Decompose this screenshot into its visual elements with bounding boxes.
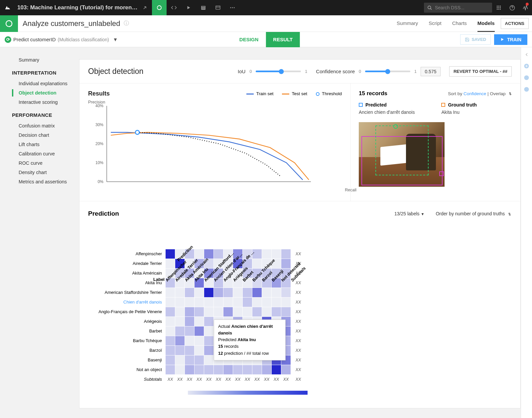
apps-icon[interactable] (492, 0, 505, 15)
confidence-slider[interactable] (365, 71, 410, 72)
record-image[interactable] (359, 122, 445, 187)
matrix-cell[interactable] (185, 317, 194, 326)
add-circle-icon[interactable] (524, 63, 529, 69)
matrix-cell[interactable] (195, 336, 204, 345)
matrix-cell[interactable] (175, 336, 185, 345)
sidenav-decision-chart[interactable]: Decision chart (0, 130, 79, 140)
matrix-cell[interactable] (272, 298, 281, 307)
matrix-cell[interactable] (166, 355, 175, 365)
matrix-cell[interactable] (185, 346, 194, 355)
matrix-cell[interactable] (262, 298, 271, 307)
tab-models[interactable]: Models (477, 15, 495, 32)
recipe-icon[interactable] (0, 15, 18, 32)
matrix-cell[interactable] (185, 365, 194, 374)
matrix-cell[interactable] (175, 346, 185, 355)
matrix-cell[interactable] (195, 355, 204, 365)
activity-icon[interactable] (519, 0, 532, 15)
task-selector[interactable]: ⟳ Predict customerID (Multiclass classif… (0, 36, 118, 43)
matrix-cell[interactable] (262, 249, 271, 259)
matrix-cell[interactable] (166, 288, 175, 297)
flow-icon[interactable] (152, 0, 167, 15)
matrix-cell[interactable] (281, 307, 291, 316)
matrix-cell[interactable] (272, 307, 281, 316)
matrix-cell[interactable] (175, 298, 185, 307)
matrix-row-label[interactable]: Anglo-Français de Petite Vènerie (88, 307, 165, 316)
matrix-cell[interactable] (166, 365, 175, 374)
matrix-cell[interactable] (204, 307, 213, 316)
matrix-cell[interactable] (204, 326, 213, 336)
matrix-cell[interactable] (281, 365, 291, 374)
records-sort[interactable]: Sort by Confidence | Overlap (448, 91, 512, 96)
order-control[interactable]: Order by number of ground truths (436, 211, 512, 216)
sidenav-individual-explanations[interactable]: Individual explanations (0, 79, 79, 88)
matrix-cell[interactable] (195, 307, 204, 316)
matrix-cell[interactable] (185, 298, 194, 307)
matrix-row-label[interactable]: Affenpinscher (88, 249, 165, 259)
matrix-cell[interactable] (166, 317, 175, 326)
matrix-cell[interactable] (281, 249, 291, 259)
matrix-cell[interactable] (195, 326, 204, 336)
matrix-cell[interactable] (204, 288, 213, 297)
design-tab[interactable]: DESIGN (232, 32, 266, 47)
matrix-cell[interactable] (185, 326, 194, 336)
matrix-cell[interactable] (166, 249, 175, 259)
matrix-cell[interactable] (233, 288, 242, 297)
matrix-row-label[interactable]: Barbet (88, 326, 165, 336)
matrix-cell[interactable] (252, 298, 262, 307)
project-title[interactable]: 103: Machine Learning (Tutorial) for mor… (15, 4, 137, 11)
matrix-cell[interactable] (272, 365, 281, 374)
matrix-cell[interactable] (195, 298, 204, 307)
matrix-cell[interactable] (223, 288, 233, 297)
back-arrow-icon[interactable] (524, 52, 529, 57)
sidenav-confusion-matrix[interactable]: Confusion matrix (0, 121, 79, 130)
matrix-cell[interactable] (175, 365, 185, 374)
result-tab[interactable]: RESULT (266, 32, 300, 47)
matrix-cell[interactable] (185, 307, 194, 316)
matrix-cell[interactable] (214, 249, 223, 259)
matrix-cell[interactable] (195, 317, 204, 326)
matrix-cell[interactable] (233, 298, 242, 307)
matrix-cell[interactable] (175, 288, 185, 297)
train-button[interactable]: TRAIN (494, 34, 527, 45)
matrix-cell[interactable] (166, 307, 175, 316)
matrix-cell[interactable] (281, 298, 291, 307)
matrix-cell[interactable] (185, 355, 194, 365)
matrix-row-label[interactable]: Chien d'arrêt danois (88, 298, 165, 307)
dashboard-icon[interactable] (210, 0, 225, 15)
matrix-cell[interactable] (166, 336, 175, 345)
matrix-cell[interactable] (166, 326, 175, 336)
sidenav-roc-curve[interactable]: ROC curve (0, 158, 79, 168)
chat-circle-icon[interactable] (524, 87, 529, 92)
matrix-cell[interactable] (204, 336, 213, 345)
code-icon[interactable] (167, 0, 181, 15)
matrix-cell[interactable] (252, 307, 262, 316)
matrix-cell[interactable] (204, 365, 213, 374)
matrix-row-label[interactable]: Akita Américain (88, 269, 165, 278)
matrix-row-label[interactable]: Barbu Tchèque (88, 336, 165, 345)
matrix-cell[interactable] (204, 298, 213, 307)
matrix-cell[interactable] (262, 365, 271, 374)
info-circle-icon[interactable] (524, 75, 529, 81)
matrix-cell[interactable] (214, 298, 223, 307)
matrix-cell[interactable] (252, 288, 262, 297)
matrix-cell[interactable] (195, 365, 204, 374)
matrix-cell[interactable] (252, 365, 262, 374)
matrix-row-label[interactable]: American Staffordshire Terrier (88, 288, 165, 297)
actions-button[interactable]: ACTIONS (501, 18, 529, 29)
global-search[interactable]: Search DSS... (424, 3, 492, 13)
matrix-cell[interactable] (204, 346, 213, 355)
tab-summary[interactable]: Summary (397, 15, 418, 32)
play-icon[interactable] (181, 0, 196, 15)
matrix-row-label[interactable]: Not an object (88, 365, 165, 374)
matrix-cell[interactable] (281, 288, 291, 297)
sidenav-metrics-assertions[interactable]: Metrics and assertions (0, 177, 79, 186)
matrix-cell[interactable] (233, 365, 242, 374)
matrix-row-label[interactable]: Barzoï (88, 346, 165, 355)
share-icon[interactable] (137, 0, 152, 15)
app-logo-icon[interactable] (0, 0, 15, 15)
matrix-cell[interactable] (195, 249, 204, 259)
confidence-value-input[interactable]: 0.575 (421, 67, 441, 76)
matrix-cell[interactable] (204, 317, 213, 326)
matrix-cell[interactable] (175, 355, 185, 365)
matrix-cell[interactable] (223, 307, 233, 316)
